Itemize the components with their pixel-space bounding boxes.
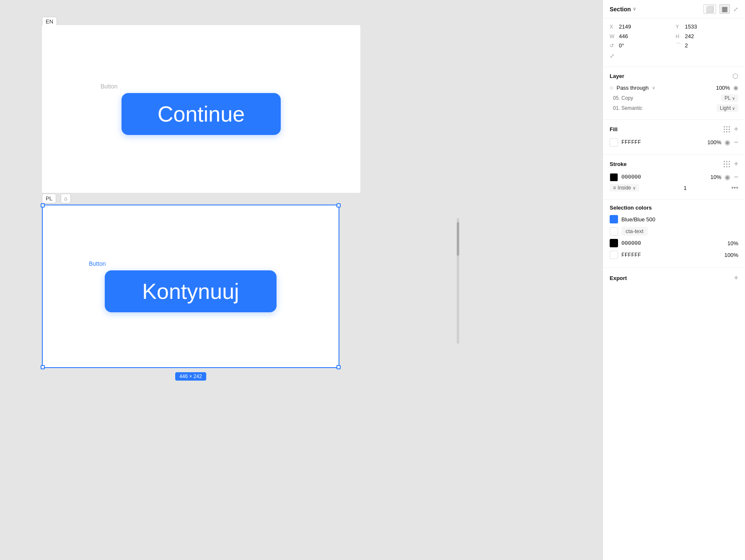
h-label: H xyxy=(676,34,683,39)
stroke-options-icon[interactable]: ••• xyxy=(731,184,738,192)
cta-text-swatch[interactable] xyxy=(610,227,618,236)
selection-colors-title: Selection colors xyxy=(610,205,652,211)
blue-color-swatch[interactable] xyxy=(610,215,618,223)
copy-row: 05. Copy PL ∨ xyxy=(610,94,738,102)
black-color-swatch[interactable] xyxy=(610,239,618,247)
black-hex-value[interactable]: 000000 xyxy=(621,240,724,246)
frame-pl-wrapper: Button Kontynuuj 446 × 242 xyxy=(42,205,339,368)
stroke-hex-value[interactable]: 000000 xyxy=(621,174,707,180)
fill-remove-button[interactable]: − xyxy=(734,138,738,147)
cta-text-row: cta-text xyxy=(610,227,738,236)
stroke-dots-icon xyxy=(724,161,730,168)
radius-icon: ⌒ xyxy=(676,42,683,49)
stroke-remove-button[interactable]: − xyxy=(734,173,738,181)
frame-pl-selected[interactable]: Button Kontynuuj 446 × 242 xyxy=(42,205,339,368)
right-panel: Section ∨ ⬜ ▦ ⤢ X 2149 Y 1533 W 446 H xyxy=(603,0,745,560)
blend-circle-icon: ○ xyxy=(610,84,613,91)
button-label-pl: Button xyxy=(89,260,106,267)
blend-mode-row: ○ Pass through ∨ 100% ◉ xyxy=(610,84,738,91)
cta-text-tag[interactable]: cta-text xyxy=(621,227,648,236)
fill-header: Fill + xyxy=(610,125,738,134)
fill-add-button[interactable]: + xyxy=(734,125,738,134)
radius-prop: ⌒ 2 xyxy=(676,42,739,49)
scrollbar-thumb[interactable] xyxy=(457,222,459,256)
fill-section: Fill + FFFFFF 100% − xyxy=(603,120,745,155)
frame-en: Button Continue xyxy=(42,25,360,193)
black-color-row: 000000 10% xyxy=(610,239,738,247)
radius-value[interactable]: 2 xyxy=(685,42,688,49)
y-value[interactable]: 1533 xyxy=(685,23,697,30)
semantic-tag[interactable]: Light ∨ xyxy=(717,104,738,112)
fill-title: Fill xyxy=(610,126,618,132)
y-prop: Y 1533 xyxy=(676,23,739,30)
layer-title: Layer xyxy=(610,73,624,79)
opacity-value[interactable]: 100% xyxy=(716,85,730,91)
copy-tag[interactable]: PL ∨ xyxy=(721,94,738,102)
pl-badge[interactable]: PL xyxy=(42,194,56,203)
stroke-color-swatch[interactable] xyxy=(610,173,618,181)
blend-chevron-icon[interactable]: ∨ xyxy=(652,85,655,91)
x-prop: X 2149 xyxy=(610,23,673,30)
blend-right: 100% ◉ xyxy=(716,84,738,91)
handle-tl[interactable] xyxy=(41,203,45,207)
frame-icon[interactable]: ⬜ xyxy=(704,4,716,14)
white-opacity-value[interactable]: 100% xyxy=(724,252,738,258)
layer-icon: ⬡ xyxy=(732,72,738,80)
copy-chevron-icon: ∨ xyxy=(732,96,735,101)
selection-colors-header: Selection colors xyxy=(610,205,738,211)
stroke-title: Stroke xyxy=(610,161,626,167)
layer-header: Layer ⬡ xyxy=(610,72,738,80)
blue-color-name[interactable]: Blue/Blue 500 xyxy=(621,216,655,223)
stroke-position-tag[interactable]: ≡ Inside ∨ xyxy=(610,184,639,192)
visibility-icon[interactable]: ◉ xyxy=(733,84,738,91)
black-opacity-value[interactable]: 10% xyxy=(727,240,738,246)
y-label: Y xyxy=(676,24,683,30)
stroke-visibility-icon[interactable] xyxy=(724,174,730,181)
copy-label: 05. Copy xyxy=(613,95,633,101)
stroke-chevron-icon: ∨ xyxy=(633,186,636,190)
x-value[interactable]: 2149 xyxy=(619,23,631,30)
grid-icon[interactable]: ▦ xyxy=(719,4,730,14)
layer-section: Layer ⬡ ○ Pass through ∨ 100% ◉ 05. Copy… xyxy=(603,67,745,120)
stroke-lines-icon: ≡ xyxy=(613,185,616,191)
fill-color-swatch[interactable] xyxy=(610,138,618,147)
stroke-detail-row: ≡ Inside ∨ 1 ••• xyxy=(610,184,738,192)
w-value[interactable]: 446 xyxy=(619,33,628,39)
kontynuuj-button[interactable]: Kontynuuj xyxy=(105,270,277,312)
size-label: 446 × 242 xyxy=(175,372,206,381)
fill-opacity-value[interactable]: 100% xyxy=(707,139,721,145)
fill-visibility-icon[interactable] xyxy=(724,139,730,146)
expand-icon[interactable]: ⤢ xyxy=(733,6,738,13)
fill-hex-value[interactable]: FFFFFF xyxy=(621,139,704,145)
handle-br[interactable] xyxy=(336,365,341,369)
blend-mode-label[interactable]: Pass through xyxy=(616,85,649,91)
x-label: X xyxy=(610,24,616,30)
semantic-chevron-icon: ∨ xyxy=(732,106,735,111)
white-hex-value[interactable]: FFFFFF xyxy=(621,252,721,258)
export-add-button[interactable]: + xyxy=(734,274,738,283)
white-color-swatch[interactable] xyxy=(610,251,618,259)
scrollbar-track[interactable] xyxy=(457,218,459,344)
h-value[interactable]: 242 xyxy=(685,33,694,39)
w-label: W xyxy=(610,34,616,39)
component-icon-badge[interactable]: ⌂ xyxy=(61,194,71,203)
rotation-value[interactable]: 0° xyxy=(619,42,624,49)
section-title: Section ∨ xyxy=(610,6,636,13)
h-prop: H 242 xyxy=(676,33,739,39)
blue-color-row: Blue/Blue 500 xyxy=(610,215,738,223)
white-color-row: FFFFFF 100% xyxy=(610,251,738,259)
geometry-section: X 2149 Y 1533 W 446 H 242 ↺ 0° ⌒ xyxy=(603,18,745,67)
stroke-add-button[interactable]: + xyxy=(734,160,738,169)
stroke-opacity-value[interactable]: 10% xyxy=(710,174,721,180)
section-header-row: Section ∨ ⬜ ▦ ⤢ xyxy=(603,0,745,18)
semantic-row: 01. Semantic Light ∨ xyxy=(610,104,738,112)
prop-grid: X 2149 Y 1533 W 446 H 242 xyxy=(610,23,738,39)
section-view-icons: ⬜ ▦ ⤢ xyxy=(704,4,738,14)
handle-bl[interactable] xyxy=(41,365,45,369)
continue-button[interactable]: Continue xyxy=(122,93,281,135)
canvas: EN Button Continue PL ⌂ Button Kontynuuj… xyxy=(0,0,603,560)
chevron-down-icon[interactable]: ∨ xyxy=(633,6,636,12)
handle-tr[interactable] xyxy=(336,203,341,207)
fill-color-row: FFFFFF 100% − xyxy=(610,138,738,147)
stroke-width-value[interactable]: 1 xyxy=(684,185,687,191)
